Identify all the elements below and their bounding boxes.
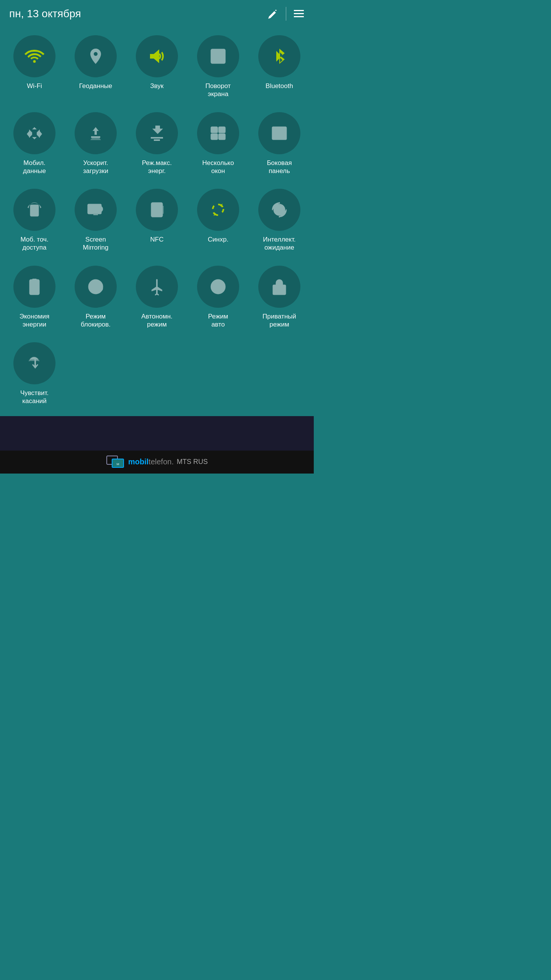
header-actions <box>267 7 305 21</box>
private-icon <box>269 277 289 297</box>
svg-rect-26 <box>32 279 37 280</box>
nfc-icon <box>147 200 167 220</box>
edit-button[interactable] <box>267 8 279 20</box>
smart-stay-label: Интеллект.ожидание <box>263 235 296 252</box>
block-mode-icon <box>86 277 106 297</box>
smart-stay-toggle[interactable]: Интеллект.ожидание <box>249 182 310 259</box>
svg-rect-11 <box>211 134 217 139</box>
driving-toggle[interactable]: Режимавто <box>187 259 249 336</box>
mobile-data-label: Мобил.данные <box>23 159 46 175</box>
smart-stay-icon-circle <box>258 189 300 231</box>
bluetooth-toggle[interactable]: Bluetooth <box>249 28 310 105</box>
svg-rect-41 <box>279 289 280 291</box>
svg-point-22 <box>277 207 282 212</box>
multi-window-toggle[interactable]: Несколькоокон <box>187 105 249 182</box>
hotspot-toggle[interactable]: Моб. точ.доступа <box>4 182 65 259</box>
bottom-bar <box>0 416 314 451</box>
header-date: пн, 13 октября <box>9 8 81 20</box>
svg-rect-14 <box>282 129 284 137</box>
header-divider <box>286 7 286 21</box>
svg-rect-25 <box>30 280 39 294</box>
header: пн, 13 октября <box>0 0 314 24</box>
rotate-icon: ↺ <box>208 46 228 66</box>
touch-sensitivity-toggle[interactable]: Чувствит.касаний <box>4 335 65 412</box>
bluetooth-icon <box>269 46 289 66</box>
sync-toggle[interactable]: Синхр. <box>187 182 249 259</box>
bluetooth-icon-circle <box>258 35 300 77</box>
rotate-icon-circle: ↺ <box>197 35 239 77</box>
svg-rect-27 <box>31 290 37 291</box>
watermark-text: mobiltelefon. <box>128 457 174 466</box>
svg-rect-5 <box>298 16 300 17</box>
download-boost-label: Ускорит.загрузки <box>83 159 108 175</box>
wifi-icon <box>24 46 44 66</box>
airplane-icon-circle <box>136 266 178 308</box>
carrier-text: MTS RUS <box>177 458 208 466</box>
touch-sensitivity-icon-circle <box>13 342 55 384</box>
menu-button[interactable] <box>293 8 305 20</box>
airplane-toggle[interactable]: Автономн.режим <box>126 259 187 336</box>
svg-rect-17 <box>33 214 36 214</box>
eco-mode-label: Экономияэнергии <box>20 312 50 329</box>
multi-window-label: Несколькоокон <box>202 159 234 175</box>
side-panel-icon <box>269 123 289 143</box>
nfc-toggle[interactable]: NFC <box>126 182 187 259</box>
menu-icon <box>293 8 305 20</box>
screen-mirroring-icon-circle <box>75 189 117 231</box>
private-label: Приватныйрежим <box>262 312 296 329</box>
svg-rect-10 <box>219 127 225 132</box>
eco-mode-icon-circle <box>13 266 55 308</box>
screen-mirroring-toggle[interactable]: ScreenMirroring <box>65 182 126 259</box>
power-saving-toggle[interactable]: Реж.макс.энерг. <box>126 105 187 182</box>
svg-rect-12 <box>219 134 225 139</box>
watermark-logo-icon: M <box>106 455 125 469</box>
power-saving-icon-circle <box>136 112 178 154</box>
private-toggle[interactable]: Приватныйрежим <box>249 259 310 336</box>
nfc-icon-circle <box>136 189 178 231</box>
screen-mirroring-label: ScreenMirroring <box>83 235 108 252</box>
sound-icon <box>147 46 167 66</box>
edit-icon <box>267 8 279 20</box>
driving-icon-circle <box>197 266 239 308</box>
block-mode-label: Режимблокиров. <box>81 312 111 329</box>
power-saving-label: Реж.макс.энерг. <box>142 159 172 175</box>
screen-mirroring-icon <box>86 200 106 220</box>
svg-rect-20 <box>152 203 162 217</box>
svg-rect-4 <box>298 13 300 14</box>
watermark: M mobiltelefon. MTS RUS <box>0 451 314 474</box>
side-panel-label: Боковаяпанель <box>267 159 292 175</box>
geodata-icon <box>86 46 106 66</box>
side-panel-toggle[interactable]: Боковаяпанель <box>249 105 310 182</box>
bluetooth-label: Bluetooth <box>266 82 293 98</box>
rotate-toggle[interactable]: ↺ Поворотэкрана <box>187 28 249 105</box>
eco-mode-toggle[interactable]: Экономияэнергии <box>4 259 65 336</box>
touch-sensitivity-icon <box>24 353 44 373</box>
wifi-toggle[interactable]: Wi-Fi <box>4 28 65 105</box>
smart-stay-icon <box>269 200 289 220</box>
download-boost-icon <box>86 123 106 143</box>
svg-point-33 <box>99 290 100 291</box>
quick-settings-grid: Wi-Fi Геоданные Звук ↺ Поворотэкр <box>0 24 314 416</box>
wifi-label: Wi-Fi <box>27 82 42 98</box>
geodata-toggle[interactable]: Геоданные <box>65 28 126 105</box>
hotspot-icon <box>24 200 44 220</box>
download-boost-toggle[interactable]: Ускорит.загрузки <box>65 105 126 182</box>
svg-rect-9 <box>211 127 217 132</box>
svg-text:↺: ↺ <box>216 54 220 60</box>
mobile-data-icon-circle <box>13 112 55 154</box>
multi-window-icon-circle <box>197 112 239 154</box>
mobile-data-icon <box>24 123 44 143</box>
download-boost-icon-circle <box>75 112 117 154</box>
sync-label: Синхр. <box>208 235 228 252</box>
hotspot-icon-circle <box>13 189 55 231</box>
airplane-icon <box>147 277 167 297</box>
sound-toggle[interactable]: Звук <box>126 28 187 105</box>
block-mode-toggle[interactable]: Режимблокиров. <box>65 259 126 336</box>
svg-rect-3 <box>298 10 300 11</box>
mobile-data-toggle[interactable]: Мобил.данные <box>4 105 65 182</box>
wifi-icon-circle <box>13 35 55 77</box>
sync-icon <box>208 200 228 220</box>
sound-label: Звук <box>150 82 164 98</box>
geodata-label: Геоданные <box>79 82 112 98</box>
sound-icon-circle <box>136 35 178 77</box>
